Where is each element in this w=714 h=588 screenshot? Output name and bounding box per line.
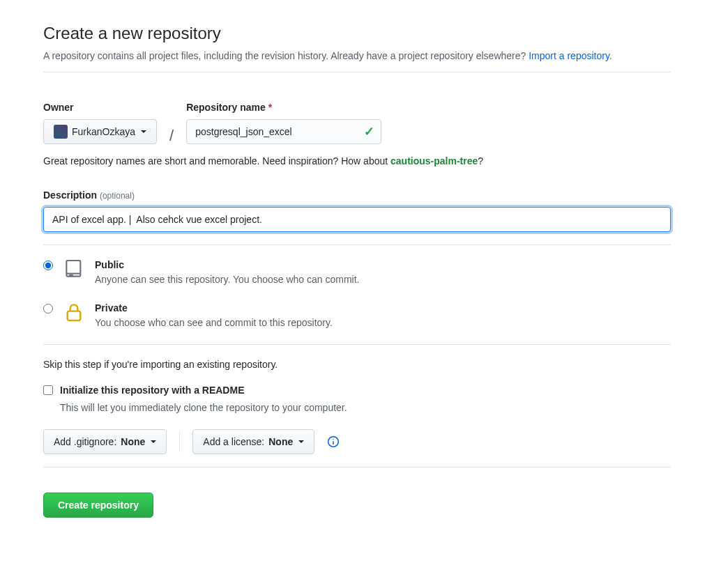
license-value: None [268,435,293,449]
svg-rect-1 [68,311,81,320]
optional-label: (optional) [100,191,135,201]
lock-icon [63,301,85,323]
import-repository-link[interactable]: Import a repository. [529,50,612,61]
caret-down-icon [141,130,146,133]
vertical-divider [179,431,180,452]
public-title: Public [95,258,671,272]
name-hint: Great repository names are short and mem… [43,154,671,169]
public-radio[interactable] [43,261,53,270]
owner-select-button[interactable]: FurkanOzkaya [43,119,157,144]
add-gitignore-button[interactable]: Add .gitignore: None [43,429,167,454]
description-input[interactable] [43,207,671,232]
caret-down-icon [151,440,156,443]
initialize-readme-label[interactable]: Initialize this repository with a README [60,383,244,398]
subhead-text: A repository contains all project files,… [43,50,529,61]
caret-down-icon [298,440,304,443]
repo-name-label-text: Repository name [186,102,266,113]
private-desc: You choose who can see and commit to thi… [95,316,671,330]
visibility-private-option[interactable]: Private You choose who can see and commi… [43,301,671,330]
initialize-readme-desc: This will let you immediately clone the … [60,401,671,415]
create-repository-button[interactable]: Create repository [43,493,153,518]
path-separator: / [169,124,174,147]
repo-name-label: Repository name * [186,100,381,115]
gitignore-value: None [121,435,145,449]
name-hint-prefix: Great repository names are short and mem… [43,155,390,167]
gitignore-prefix: Add .gitignore: [54,435,116,449]
name-hint-suffix: ? [478,155,483,167]
license-prefix: Add a license: [203,435,264,449]
description-label: Description (optional) [43,188,671,203]
svg-point-3 [333,439,334,440]
repository-name-input[interactable] [186,119,381,144]
owner-label: Owner [43,100,157,115]
divider [43,72,671,72]
private-radio[interactable] [43,304,53,314]
avatar [54,125,68,139]
add-license-button[interactable]: Add a license: None [192,429,314,454]
divider [43,344,671,345]
visibility-public-option[interactable]: Public Anyone can see this repository. Y… [43,258,671,287]
public-desc: Anyone can see this repository. You choo… [95,272,671,287]
name-suggestion[interactable]: cautious-palm-tree [390,155,478,167]
skip-note: Skip this step if you're importing an ex… [43,357,671,372]
page-subhead: A repository contains all project files,… [43,49,671,63]
required-marker: * [268,102,272,113]
divider [43,467,671,467]
checkmark-icon: ✓ [364,123,374,141]
initialize-readme-checkbox[interactable] [43,385,53,395]
owner-name: FurkanOzkaya [72,125,135,139]
description-label-text: Description [43,189,97,201]
private-title: Private [95,301,671,316]
page-title: Create a new repository [43,21,671,46]
repo-icon [63,258,85,280]
divider [43,245,671,245]
info-icon[interactable] [327,435,340,448]
